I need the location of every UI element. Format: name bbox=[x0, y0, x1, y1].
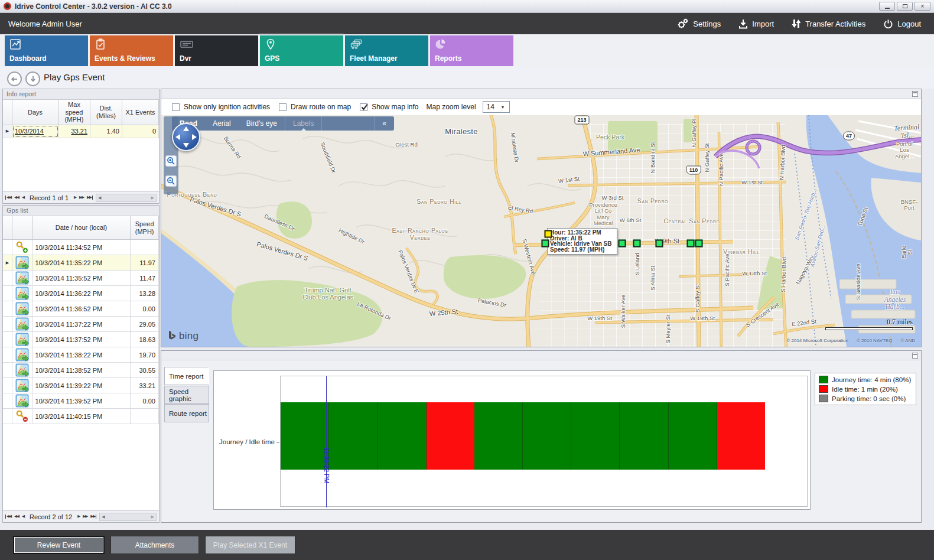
transfer-activities-button[interactable]: Transfer Activities bbox=[792, 18, 865, 29]
tab-fleet-manager[interactable]: Fleet Manager bbox=[345, 35, 428, 66]
horizontal-scrollbar[interactable]: ◀▶ bbox=[96, 194, 157, 202]
checkbox-ignition-activities[interactable] bbox=[172, 103, 180, 111]
days-link[interactable]: 10/3/2014 bbox=[15, 128, 44, 135]
tab-route-report[interactable]: Route report bbox=[164, 404, 209, 422]
route-marker[interactable] bbox=[687, 240, 695, 248]
pan-left-icon[interactable] bbox=[175, 134, 180, 140]
tab-gps[interactable]: GPS bbox=[260, 35, 343, 66]
collapse-down-button[interactable] bbox=[25, 71, 40, 86]
nav-first-icon[interactable]: ◀◀ bbox=[5, 515, 11, 519]
back-button[interactable] bbox=[7, 71, 22, 86]
y-axis-label: Journey / Idle time bbox=[215, 438, 275, 445]
map-pan-compass[interactable] bbox=[172, 123, 200, 151]
tab-reports[interactable]: Reports bbox=[430, 35, 513, 66]
zoom-level-dropdown[interactable]: 14 ▼ bbox=[483, 101, 510, 113]
zoom-out-button[interactable] bbox=[165, 175, 177, 187]
pan-up-icon[interactable] bbox=[183, 126, 189, 131]
nav-next-page-icon[interactable]: ▶▶ bbox=[79, 196, 84, 200]
column-header-x1-events[interactable]: X1 Events bbox=[122, 100, 159, 125]
route-marker[interactable] bbox=[656, 240, 663, 248]
zoom-level-label: Map zoom level bbox=[427, 103, 476, 111]
map-label: Crest Rd bbox=[395, 142, 417, 148]
map-label: San Pedro bbox=[637, 198, 668, 205]
gps-list-row[interactable]: ▶ 10/3/2014 11:37:52 PM 18.63 bbox=[3, 332, 159, 347]
map-canvas[interactable]: Burma RdSouthfield DrCrest RdMiralesteMi… bbox=[161, 115, 921, 347]
checkbox-draw-route[interactable] bbox=[279, 103, 287, 111]
record-status: Record 1 of 1 bbox=[30, 194, 69, 201]
panel-maximize-icon[interactable] bbox=[912, 91, 918, 97]
logout-button[interactable]: Logout bbox=[883, 19, 921, 29]
tab-dashboard[interactable]: Dashboard bbox=[5, 35, 88, 66]
map-bar-collapse-button[interactable]: « bbox=[374, 116, 394, 131]
tab-dvr[interactable]: Dvr bbox=[175, 35, 258, 66]
gps-list-row[interactable]: ▶ 10/3/2014 11:39:52 PM 0.00 bbox=[3, 393, 159, 409]
nav-first-icon[interactable]: ◀◀ bbox=[5, 196, 11, 200]
pan-down-icon[interactable] bbox=[183, 143, 189, 148]
info-table-row[interactable]: ▶ 10/3/2014 33.21 1.40 0 bbox=[3, 125, 159, 138]
import-button[interactable]: Import bbox=[738, 19, 774, 29]
nav-last-icon[interactable]: ▶▶ bbox=[90, 515, 96, 519]
time-report-chart: Journey / Idle time 11:35:22 PM bbox=[213, 370, 811, 510]
max-speed-link[interactable]: 33.21 bbox=[71, 128, 87, 135]
map-copyright: © 2014 Microsoft Corporation© 2010 NAVTE… bbox=[786, 338, 915, 343]
map-view-birds-eye[interactable]: Bird's eye bbox=[239, 116, 285, 131]
pan-right-icon[interactable] bbox=[192, 134, 197, 140]
trucks-icon bbox=[350, 38, 364, 50]
info-record-navigator: ◀◀ ◀◀ ◀ Record 1 of 1 ▶ ▶▶ ▶▶ ◀▶ bbox=[3, 191, 159, 203]
map-panel-strip bbox=[161, 89, 921, 99]
nav-prev-page-icon[interactable]: ◀◀ bbox=[14, 515, 19, 519]
map-view-aerial[interactable]: Aerial bbox=[205, 116, 239, 131]
map-panel: Show only ignition activities Draw route… bbox=[161, 89, 922, 347]
bing-logo: bing bbox=[167, 330, 198, 342]
gps-point-icon bbox=[15, 256, 29, 269]
play-selected-x1-event-button[interactable]: Play Selected X1 Event bbox=[205, 536, 295, 554]
maximize-button[interactable] bbox=[897, 2, 913, 11]
tab-speed-graphic[interactable]: Speed graphic bbox=[164, 386, 209, 404]
column-header-dist[interactable]: Dist. (Miles) bbox=[90, 100, 122, 125]
nav-next-page-icon[interactable]: ▶▶ bbox=[83, 515, 87, 519]
tab-events-reviews[interactable]: Events & Reviews bbox=[90, 35, 173, 66]
gps-list-row[interactable]: ▶ 10/3/2014 11:37:22 PM 29.05 bbox=[3, 317, 159, 332]
module-tab-bar: Dashboard Events & Reviews Dvr GPS Fleet… bbox=[0, 34, 934, 67]
nav-last-icon[interactable]: ▶▶ bbox=[87, 196, 93, 200]
gps-speed: 13.28 bbox=[131, 286, 159, 301]
tab-time-report[interactable]: Time report bbox=[164, 367, 209, 385]
checkbox-show-map-info[interactable] bbox=[360, 103, 367, 111]
attachments-button[interactable]: Attachments bbox=[110, 536, 199, 554]
column-header-days[interactable]: Days bbox=[12, 100, 58, 125]
route-marker[interactable] bbox=[545, 230, 552, 238]
gps-list-row[interactable]: ▶ 10/3/2014 11:40:15 PM bbox=[3, 409, 159, 424]
gps-list-row[interactable]: ▶ 10/3/2014 11:38:52 PM 30.55 bbox=[3, 363, 159, 378]
time-segment bbox=[281, 402, 329, 470]
route-marker[interactable] bbox=[695, 240, 703, 248]
route-marker[interactable] bbox=[542, 240, 549, 248]
info-report-panel: Info report Days Max speed (MPH) Dist. (… bbox=[2, 89, 160, 204]
column-header-max-speed[interactable]: Max speed (MPH) bbox=[58, 100, 90, 125]
nav-next-icon[interactable]: ▶ bbox=[74, 196, 76, 200]
transfer-label: Transfer Activities bbox=[805, 19, 865, 28]
nav-prev-icon[interactable]: ◀ bbox=[22, 196, 24, 200]
minimize-button[interactable] bbox=[879, 2, 895, 11]
gps-list-row[interactable]: ▶ 10/3/2014 11:34:52 PM bbox=[3, 240, 159, 255]
gps-list-row[interactable]: ▶ 10/3/2014 11:36:22 PM 13.28 bbox=[3, 286, 159, 301]
review-event-button[interactable]: Review Event bbox=[13, 536, 105, 554]
column-header-datetime[interactable]: Date / hour (local) bbox=[32, 216, 131, 239]
nav-next-icon[interactable]: ▶ bbox=[77, 515, 80, 519]
gps-list-row[interactable]: ▶ 10/3/2014 11:36:52 PM 0.00 bbox=[3, 301, 159, 317]
nav-prev-page-icon[interactable]: ◀◀ bbox=[14, 196, 19, 200]
settings-button[interactable]: Settings bbox=[677, 18, 721, 29]
nav-prev-icon[interactable]: ◀ bbox=[22, 515, 24, 519]
gps-list-row[interactable]: ▶ 10/3/2014 11:39:22 PM 33.21 bbox=[3, 378, 159, 393]
map-label: S Leland bbox=[634, 253, 640, 275]
route-marker[interactable] bbox=[619, 240, 626, 248]
map-view-labels[interactable]: Labels bbox=[285, 116, 322, 131]
route-marker[interactable] bbox=[633, 240, 641, 248]
gps-list-row[interactable]: ▶ 10/3/2014 11:35:22 PM 11.97 bbox=[3, 255, 159, 271]
panel-maximize-icon[interactable] bbox=[912, 353, 918, 359]
close-button[interactable]: × bbox=[915, 2, 930, 11]
horizontal-scrollbar[interactable]: ◀▶ bbox=[99, 513, 157, 521]
gps-list-row[interactable]: ▶ 10/3/2014 11:35:52 PM 11.47 bbox=[3, 271, 159, 286]
gps-list-row[interactable]: ▶ 10/3/2014 11:38:22 PM 19.70 bbox=[3, 347, 159, 363]
column-header-speed[interactable]: Speed (MPH) bbox=[131, 216, 159, 239]
zoom-in-button[interactable] bbox=[165, 155, 177, 167]
